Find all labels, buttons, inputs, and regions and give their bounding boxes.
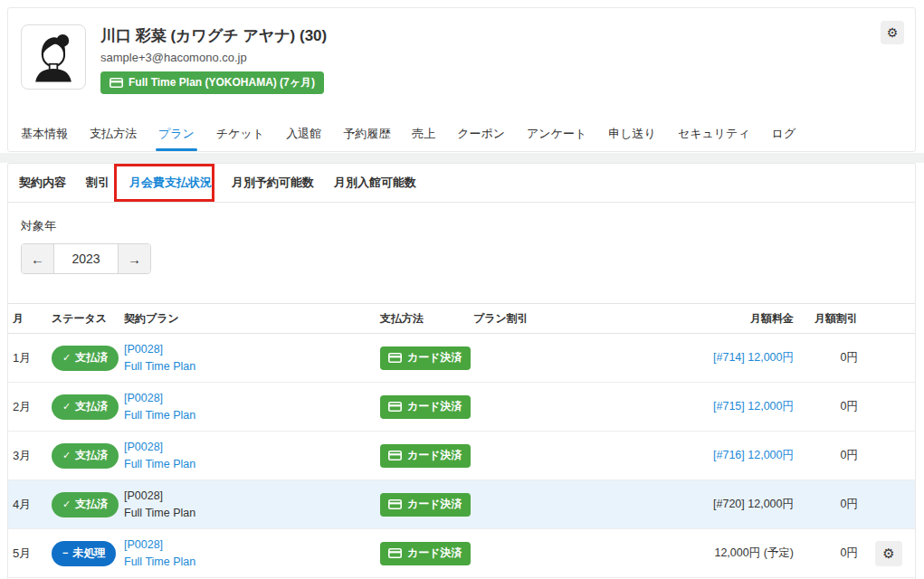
member-plan-badge: Full Time Plan (YOKOHAMA) (7ヶ月)	[100, 71, 324, 94]
monthly-fee-value: [#720] 12,000円	[713, 498, 794, 510]
month-label: 3月	[13, 449, 31, 462]
payment-method-label: カード決済	[407, 350, 462, 365]
table-row: 5月 − 未処理 [P0028] Full Time Plan カード決済 1	[8, 529, 915, 578]
plan-link[interactable]: [P0028] Full Time Plan	[124, 439, 380, 473]
plan-link[interactable]: [P0028] Full Time Plan	[124, 536, 380, 571]
status-icon: ✓	[62, 353, 71, 363]
card-icon	[388, 499, 402, 509]
column-header-plan-discount: プラン割引	[473, 304, 645, 334]
arrow-left-icon: ←	[31, 252, 44, 267]
subtab-contract-details[interactable]: 契約内容	[19, 164, 66, 202]
status-badge: ✓ 支払済	[52, 394, 119, 420]
avatar	[21, 24, 86, 90]
tab-payment-methods[interactable]: 支払方法	[90, 117, 137, 151]
plan-discount-cell	[473, 480, 645, 529]
column-header-month: 月	[8, 304, 52, 334]
payment-method-badge: カード決済	[380, 444, 471, 468]
table-header-row: 月 ステータス 契約プラン 支払方法 プラン割引 月額料金 月額割引	[8, 304, 915, 334]
payment-method-label: カード決済	[407, 448, 462, 463]
plan-content-card: 契約内容割引月会費支払状況月別予約可能数月別入館可能数 対象年 ← →	[7, 163, 916, 579]
subtab-monthly-entry-count[interactable]: 月別入館可能数	[334, 164, 416, 202]
status-label: 支払済	[75, 497, 108, 512]
monthly-fee-value[interactable]: [#715] 12,000円	[713, 400, 794, 413]
plan-link: [P0028] Full Time Plan	[124, 488, 380, 522]
plan-name: Full Time Plan	[124, 407, 380, 424]
tab-surveys[interactable]: アンケート	[527, 117, 586, 151]
status-badge: − 未処理	[52, 541, 116, 566]
subtab-monthly-reservable-count[interactable]: 月別予約可能数	[232, 164, 314, 202]
status-icon: ✓	[62, 451, 71, 460]
monthly-fee-value[interactable]: [#716] 12,000円	[713, 449, 794, 461]
tab-basic-info[interactable]: 基本情報	[21, 117, 68, 151]
payment-status-table-body: 1月 ✓ 支払済 [P0028] Full Time Plan カード決済 [	[8, 334, 915, 578]
member-detail-page: 川口 彩菜 (カワグチ アヤナ) (30) sample+3@hacomono.…	[0, 0, 924, 579]
tab-handover[interactable]: 申し送り	[608, 117, 656, 151]
member-email: sample+3@hacomono.co.jp	[100, 51, 247, 64]
tab-tickets[interactable]: チケット	[216, 117, 264, 151]
card-icon	[388, 353, 402, 363]
card-icon	[388, 548, 402, 558]
gear-icon: ⚙	[887, 25, 899, 40]
payment-status-table: 月 ステータス 契約プラン 支払方法 プラン割引 月額料金 月額割引 1月 ✓ …	[8, 303, 915, 578]
tab-coupons[interactable]: クーポン	[457, 117, 505, 151]
next-year-button[interactable]: →	[118, 244, 150, 273]
member-settings-gear-button[interactable]: ⚙	[881, 21, 904, 44]
plan-link[interactable]: [P0028] Full Time Plan	[124, 341, 380, 375]
payment-method-badge: カード決済	[380, 493, 471, 517]
tab-sales[interactable]: 売上	[412, 117, 435, 151]
status-label: 未処理	[72, 546, 105, 561]
status-badge: ✓ 支払済	[52, 443, 119, 469]
member-header-card: 川口 彩菜 (カワグチ アヤナ) (30) sample+3@hacomono.…	[7, 7, 916, 152]
tab-security[interactable]: セキュリティ	[678, 117, 750, 151]
plan-discount-cell	[473, 432, 645, 480]
table-row: 4月 ✓ 支払済 [P0028] Full Time Plan カード決済 [	[8, 480, 915, 529]
member-plan-badge-label: Full Time Plan (YOKOHAMA) (7ヶ月)	[129, 75, 315, 90]
plan-discount-cell	[473, 529, 645, 578]
plan-name: Full Time Plan	[124, 456, 380, 473]
arrow-right-icon: →	[128, 252, 141, 267]
plan-name: Full Time Plan	[124, 505, 380, 522]
status-icon: −	[62, 548, 68, 558]
status-icon: ✓	[62, 402, 71, 412]
card-icon	[388, 451, 402, 460]
sub-tab-bar: 契約内容割引月会費支払状況月別予約可能数月別入館可能数	[8, 164, 915, 203]
payment-method-badge: カード決済	[380, 346, 471, 370]
card-icon	[110, 78, 123, 88]
plan-code: [P0028]	[124, 439, 380, 456]
tab-logs[interactable]: ログ	[772, 117, 796, 151]
plan-code: [P0028]	[124, 390, 380, 407]
monthly-discount-value: 0円	[841, 449, 858, 461]
column-header-payment-method: 支払方法	[380, 304, 473, 334]
main-tab-bar: 基本情報支払方法プランチケット入退館予約履歴売上クーポンアンケート申し送りセキュ…	[8, 117, 915, 151]
month-label: 5月	[13, 546, 31, 560]
month-label: 4月	[13, 498, 31, 511]
year-input[interactable]	[54, 244, 118, 273]
plan-discount-cell	[473, 334, 645, 383]
payment-method-label: カード決済	[407, 546, 462, 561]
column-header-actions	[858, 304, 915, 334]
subtab-monthly-fee-payment-status[interactable]: 月会費支払状況	[129, 164, 212, 202]
target-year-label: 対象年	[21, 218, 902, 234]
subtab-discounts[interactable]: 割引	[86, 164, 110, 202]
plan-code: [P0028]	[124, 488, 380, 505]
plan-name: Full Time Plan	[124, 554, 380, 571]
plan-link[interactable]: [P0028] Full Time Plan	[124, 390, 380, 424]
monthly-discount-value: 0円	[841, 400, 858, 413]
plan-code: [P0028]	[124, 536, 380, 554]
row-gear-button[interactable]: ⚙	[875, 541, 902, 566]
monthly-fee-value: 12,000円 (予定)	[714, 546, 794, 559]
previous-year-button[interactable]: ←	[22, 244, 54, 273]
target-year-filter: 対象年 ← →	[8, 203, 915, 274]
monthly-fee-value[interactable]: [#714] 12,000円	[713, 351, 794, 364]
month-label: 1月	[13, 351, 31, 365]
tab-plan[interactable]: プラン	[158, 117, 195, 151]
status-label: 支払済	[75, 448, 108, 463]
status-badge: ✓ 支払済	[52, 346, 119, 371]
status-icon: ✓	[62, 499, 71, 509]
tab-entry-exit[interactable]: 入退館	[286, 117, 321, 151]
status-label: 支払済	[75, 399, 108, 414]
avatar-illustration	[25, 29, 81, 85]
tab-reservation-history[interactable]: 予約履歴	[343, 117, 390, 151]
member-name: 川口 彩菜 (カワグチ アヤナ) (30)	[100, 25, 327, 46]
column-header-plan: 契約プラン	[124, 304, 380, 334]
